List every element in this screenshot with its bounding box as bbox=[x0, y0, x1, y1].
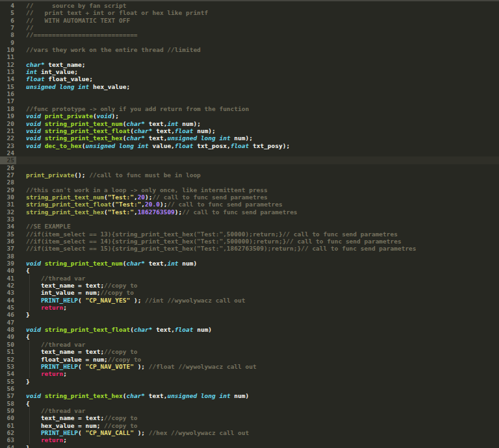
code-token-txt bbox=[26, 429, 41, 436]
code-line-content[interactable] bbox=[16, 385, 499, 392]
code-token-txt: num); bbox=[193, 127, 215, 134]
code-line-content[interactable]: void string_print_text_hex(char* text,un… bbox=[16, 392, 499, 399]
code-line-content[interactable]: //if(item_select == 13){string_print_tex… bbox=[16, 230, 499, 238]
code-line-content[interactable] bbox=[16, 97, 499, 105]
code-line-content[interactable]: { bbox=[16, 400, 499, 407]
code-token-txt: ); bbox=[134, 429, 149, 436]
code-token-fn: string_print_text_num bbox=[45, 120, 123, 127]
code-token-kw: void bbox=[26, 134, 41, 142]
code-line-content[interactable]: return; bbox=[16, 304, 499, 311]
code-line-content[interactable] bbox=[16, 90, 499, 97]
code-line: 48void string_print_text_float(char* tex… bbox=[0, 326, 499, 333]
code-line-content[interactable]: print_private(); //call to func must be … bbox=[16, 171, 499, 179]
code-line-content[interactable]: void dec_to_hex(unsigned long int value,… bbox=[16, 142, 499, 149]
code-line: 33 bbox=[0, 216, 499, 223]
code-token-cmt: // call to func send parametres bbox=[182, 208, 297, 216]
code-line-content[interactable]: // WITH AUTOMATIC TEXT OFF bbox=[16, 17, 499, 24]
code-line-content[interactable]: { bbox=[16, 267, 499, 274]
code-line-content[interactable]: { bbox=[16, 333, 499, 340]
code-token-cmt: //copy to bbox=[104, 422, 137, 429]
code-line-content[interactable]: text_name = text;//copy to bbox=[16, 348, 499, 355]
code-line: 59 //thread var bbox=[0, 407, 499, 414]
line-number: 16 bbox=[0, 90, 16, 97]
code-line: 15unsigned long int hex_value; bbox=[0, 83, 499, 90]
code-line-content[interactable] bbox=[16, 164, 499, 171]
code-line-content[interactable]: PRINT_HELP( "CP_NAV_VOTE" ); //float //w… bbox=[16, 363, 499, 370]
code-line-content[interactable]: // print text + int or float or hex like… bbox=[16, 9, 499, 16]
line-number: 58 bbox=[0, 400, 16, 407]
code-token-cmt: //func prototype -> only if you add retu… bbox=[26, 105, 249, 112]
code-line-content[interactable]: float float_value; bbox=[16, 75, 499, 82]
code-line-content[interactable]: text_name = text;//copy to bbox=[16, 282, 499, 289]
code-editor[interactable]: 4// source by fan script5// print text +… bbox=[0, 0, 499, 448]
code-line-content[interactable]: text_name = text;//copy to bbox=[16, 414, 499, 421]
code-line-content[interactable]: PRINT_HELP( "CP_NAV_CALL" ); //hex //wyw… bbox=[16, 429, 499, 436]
code-token-txt: ); bbox=[145, 193, 152, 201]
code-line-content[interactable]: } bbox=[16, 444, 499, 448]
code-line: 41 //thread var bbox=[0, 275, 499, 282]
code-line: 11 bbox=[0, 53, 499, 60]
code-line-content[interactable]: void print_private(void); bbox=[16, 112, 499, 119]
code-token-txt: } bbox=[26, 378, 30, 385]
code-token-kw: char* bbox=[26, 61, 45, 68]
code-line-content[interactable]: float_value = num;//copy to bbox=[16, 356, 499, 363]
code-line-content[interactable]: //thread var bbox=[16, 407, 499, 414]
code-token-kw: void bbox=[26, 112, 41, 119]
code-line: 55} bbox=[0, 378, 499, 385]
code-line-content[interactable]: } bbox=[16, 378, 499, 385]
code-token-kw: float bbox=[175, 326, 194, 333]
code-line-content[interactable]: return; bbox=[16, 436, 499, 443]
code-token-fn: string_print_text_float bbox=[45, 127, 131, 134]
code-line-content[interactable] bbox=[16, 53, 499, 60]
code-line: 49{ bbox=[0, 333, 499, 340]
code-line: 45 return; bbox=[0, 304, 499, 311]
code-line-content[interactable]: //if(item_select == 15){string_print_tex… bbox=[16, 245, 499, 252]
code-line-content[interactable] bbox=[16, 149, 499, 156]
line-number: 54 bbox=[0, 370, 16, 377]
code-token-txt: ( bbox=[78, 363, 85, 370]
code-line-content[interactable]: void string_print_text_hex(char* text,un… bbox=[16, 134, 499, 142]
code-line-content[interactable]: void string_print_text_num(char* text,in… bbox=[16, 260, 499, 267]
code-line-content[interactable]: //if(item_select == 14){string_print_tex… bbox=[16, 238, 499, 245]
code-token-cmt: // call to func send parametres bbox=[153, 193, 268, 201]
code-line-content[interactable]: unsigned long int hex_value; bbox=[16, 83, 499, 90]
code-token-txt: hex_value = num; bbox=[26, 422, 104, 429]
line-number: 30 bbox=[0, 193, 16, 201]
code-line-content[interactable]: void string_print_text_float(char* text,… bbox=[16, 127, 499, 134]
code-line-content[interactable]: char* text_name; bbox=[16, 61, 499, 68]
code-line-content[interactable]: // source by fan script bbox=[16, 2, 499, 9]
code-line-content[interactable]: PRINT_HELP( "CP_NAV_YES" ); //int //wywo… bbox=[16, 297, 499, 304]
code-line-content[interactable] bbox=[16, 156, 499, 164]
code-line-content[interactable]: return; bbox=[16, 370, 499, 377]
code-line-content[interactable]: void string_print_text_float(char* text,… bbox=[16, 326, 499, 333]
code-line-content[interactable]: string_print_text_float("Test:",20.0);//… bbox=[16, 201, 499, 208]
code-token-txt: num); bbox=[231, 134, 253, 142]
code-line-content[interactable]: hex_value = num; //copy to bbox=[16, 422, 499, 429]
code-line-content[interactable]: string_print_text_num("Test:",20);// cal… bbox=[16, 193, 499, 201]
code-line-content[interactable]: //============================ bbox=[16, 31, 499, 38]
code-line-content[interactable] bbox=[16, 253, 499, 260]
code-token-txt: num) bbox=[179, 260, 198, 267]
code-line-content[interactable] bbox=[16, 216, 499, 223]
code-line-content[interactable]: //func prototype -> only if you add retu… bbox=[16, 105, 499, 112]
code-line-content[interactable]: //SE EXAMPLE bbox=[16, 223, 499, 230]
code-line-content[interactable]: int_value = num;//copy to bbox=[16, 289, 499, 296]
line-number: 24 bbox=[0, 149, 16, 156]
code-line-content[interactable]: string_print_text_hex("Test:",1862763509… bbox=[16, 208, 499, 216]
code-line-content[interactable] bbox=[16, 39, 499, 46]
code-line-content[interactable]: // bbox=[16, 24, 499, 31]
line-number: 8 bbox=[0, 31, 16, 38]
code-line-content[interactable]: int int_value; bbox=[16, 68, 499, 75]
code-line-content[interactable]: //thread var bbox=[16, 275, 499, 282]
code-token-txt: text_name = text; bbox=[26, 348, 104, 355]
code-line-content[interactable]: void string_print_text_num(char* text,in… bbox=[16, 120, 499, 127]
code-line-content[interactable] bbox=[16, 179, 499, 186]
line-number: 13 bbox=[0, 68, 16, 75]
code-line-content[interactable]: //this can't work in a loop -> only once… bbox=[16, 186, 499, 193]
code-line-content[interactable]: //thread var bbox=[16, 341, 499, 348]
code-line-content[interactable]: //vars they work on the entire thread //… bbox=[16, 46, 499, 53]
code-line-content[interactable]: } bbox=[16, 311, 499, 318]
code-token-cmt: // call to func send parametres bbox=[167, 201, 282, 208]
code-token-txt bbox=[26, 341, 41, 348]
code-line-content[interactable] bbox=[16, 319, 499, 326]
